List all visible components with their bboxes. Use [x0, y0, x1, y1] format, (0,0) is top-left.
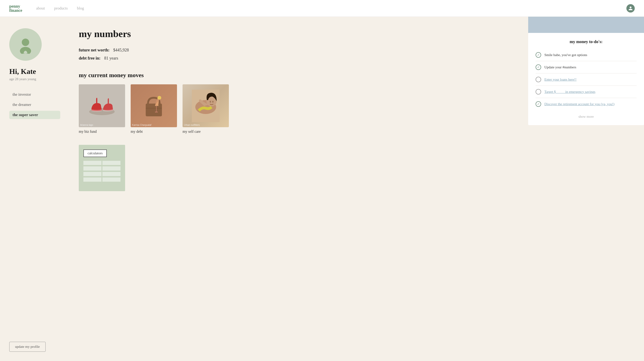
person-svg [628, 6, 633, 11]
logo[interactable]: penny finance [9, 4, 22, 12]
todo-item-1[interactable]: Update your #numbers [536, 61, 636, 74]
wine-image: Karrisa Chargualaf [131, 84, 177, 127]
svg-point-2 [24, 51, 27, 54]
nav-links: about products blog [36, 6, 84, 11]
sidebar-item-dreamer[interactable]: the dreamer [9, 100, 60, 109]
calculators-card[interactable]: calculators [79, 145, 125, 191]
svg-point-16 [210, 101, 211, 103]
right-panel: my money to-do's: Smile babe, you've got… [528, 17, 644, 361]
money-move-card-debt[interactable]: Karrisa Chargualaf my debt [131, 84, 177, 134]
page-title: my numbers [79, 28, 516, 40]
todo-check-1[interactable] [536, 64, 541, 70]
wine-svg [140, 90, 168, 122]
todo-text-2[interactable]: Enter your loans here!! [544, 78, 576, 82]
svg-point-17 [212, 101, 214, 103]
todo-check-0[interactable] [536, 52, 541, 58]
svg-rect-9 [155, 112, 158, 112]
debt-free-value: 81 years [104, 56, 118, 61]
future-net-worth-label: future net worth: [79, 48, 110, 52]
svg-rect-8 [156, 106, 156, 112]
todo-text-4[interactable]: Discover the retirement account for you … [544, 102, 614, 106]
todo-text-0: Smile babe, you've got options [544, 53, 587, 57]
logo-text: penny [9, 4, 22, 8]
money-moves-grid: Arianna lago my biz fund [79, 84, 516, 134]
photo-credit-debt: Karrisa Chargualaf [132, 124, 151, 126]
calc-cell [84, 178, 102, 182]
nav-about[interactable]: about [36, 6, 45, 10]
calc-cell [84, 161, 102, 165]
avatar [9, 28, 42, 61]
avatar-svg [16, 35, 35, 54]
woman-image: Urban outfitters [182, 84, 229, 127]
calculators-label: calculators [84, 150, 107, 157]
calc-cell [84, 172, 102, 176]
main-content: my numbers future net worth: $445,928 de… [67, 17, 528, 361]
money-move-card-selfcare[interactable]: Urban outfitters my self care [182, 84, 229, 134]
biz-fund-image: Arianna lago [79, 84, 125, 127]
todo-text-1: Update your #numbers [544, 65, 576, 69]
numbers-section: future net worth: $445,928 debt free in:… [79, 48, 516, 61]
todo-section: my money to-do's: Smile babe, you've got… [528, 33, 644, 125]
todo-check-4[interactable] [536, 101, 541, 107]
greeting: Hi, Kate [9, 67, 36, 76]
todo-item-3[interactable]: Target $_____ in emergency savings [536, 86, 636, 98]
money-moves-title: my current money moves [79, 72, 516, 79]
calc-cell [102, 178, 120, 182]
header-bar [528, 17, 644, 33]
money-move-card-biz[interactable]: Arianna lago my biz fund [79, 84, 125, 134]
todo-check-3[interactable] [536, 89, 541, 94]
logo-text-2: finance [9, 8, 22, 12]
debt-image: Karrisa Chargualaf [131, 84, 177, 127]
debt-free-label: debt free in: [79, 56, 100, 61]
svg-rect-6 [146, 104, 162, 116]
calc-grid [84, 161, 120, 182]
calc-cell [84, 166, 102, 170]
calc-cell [102, 166, 120, 170]
photo-credit-biz: Arianna lago [80, 124, 93, 126]
page-layout: Hi, Kate age 28 years young the investor… [0, 17, 644, 361]
update-profile-button[interactable]: update my profile [9, 342, 46, 352]
debt-free-row: debt free in: 81 years [79, 56, 516, 61]
debt-label: my debt [131, 130, 177, 134]
future-net-worth-row: future net worth: $445,928 [79, 48, 516, 52]
calc-cell [102, 161, 120, 165]
todo-item-0[interactable]: Smile babe, you've got options [536, 49, 636, 61]
selfcare-image: Urban outfitters [182, 84, 229, 127]
user-icon[interactable] [626, 4, 635, 12]
future-net-worth-value: $445,928 [113, 48, 129, 52]
photo-credit-selfcare: Urban outfitters [184, 124, 200, 126]
calc-cell [102, 172, 120, 176]
sidebar-item-super-saver[interactable]: the super saver [9, 111, 60, 119]
todo-item-2[interactable]: Enter your loans here!! [536, 74, 636, 86]
calc-inner: calculators [79, 145, 125, 191]
age-text: age 28 years young [9, 77, 36, 81]
navbar: penny finance about products blog [0, 0, 644, 17]
sidebar-nav: the investor the dreamer the super saver [9, 90, 60, 119]
todo-item-4[interactable]: Discover the retirement account for you … [536, 98, 636, 110]
todo-title: my money to-do's: [536, 40, 636, 44]
shoes-image: Arianna lago [79, 84, 125, 127]
todo-check-2[interactable] [536, 77, 541, 82]
woman-svg [192, 90, 220, 122]
nav-products[interactable]: products [54, 6, 68, 10]
nav-blog[interactable]: blog [77, 6, 84, 10]
todo-list: Smile babe, you've got options Update yo… [536, 49, 636, 110]
biz-fund-label: my biz fund [79, 130, 125, 134]
show-more-button[interactable]: show more [578, 115, 594, 119]
shoes-svg [88, 94, 116, 118]
sidebar: Hi, Kate age 28 years young the investor… [0, 17, 67, 361]
selfcare-label: my self care [182, 130, 229, 134]
todo-text-3[interactable]: Target $_____ in emergency savings [544, 90, 595, 94]
sidebar-item-investor[interactable]: the investor [9, 90, 60, 99]
svg-point-0 [22, 38, 29, 46]
